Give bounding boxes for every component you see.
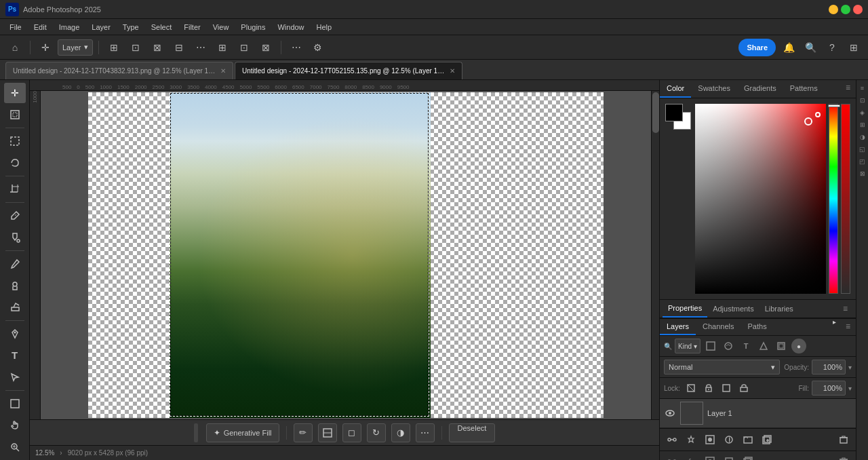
blend-mode-dropdown[interactable]: Normal ▾ [664, 360, 780, 375]
scroll-thumb[interactable] [652, 92, 659, 133]
type-filter-btn[interactable]: T [738, 339, 753, 353]
opacity-value[interactable]: 100% [812, 360, 846, 375]
lasso-tool[interactable] [4, 153, 26, 173]
hand-tool[interactable] [4, 415, 26, 436]
link-layers-btn[interactable] [664, 432, 680, 448]
add-fx-btn[interactable] [683, 432, 699, 448]
panel-icon-2[interactable]: ⊡ [857, 95, 868, 106]
align-option2[interactable]: ⋯ [191, 38, 210, 57]
new-layer-btn[interactable] [759, 432, 775, 448]
panel-icon-1[interactable]: ≡ [857, 83, 868, 94]
move-tool[interactable]: ✛ [4, 83, 26, 103]
menu-filter[interactable]: Filter [178, 22, 205, 33]
color-panel-options[interactable]: ≡ [840, 80, 856, 98]
filter-toggle-btn[interactable]: ● [791, 339, 806, 353]
rectangle-tool[interactable] [4, 394, 26, 414]
link-icon-btn[interactable] [664, 453, 680, 460]
vertical-scrollbar[interactable] [651, 91, 659, 419]
menu-window[interactable]: Window [272, 22, 309, 33]
distribute-left[interactable]: ⊞ [213, 38, 232, 57]
panel-icon-5[interactable]: ◑ [857, 132, 868, 142]
type-tool[interactable]: T [4, 345, 26, 366]
menu-image[interactable]: Image [54, 22, 85, 33]
pixel-filter-btn[interactable] [703, 339, 718, 353]
eraser-tool[interactable] [4, 297, 26, 318]
color-gradient-picker[interactable] [695, 104, 826, 294]
settings-option[interactable]: ⚙ [309, 38, 328, 57]
artboard-tool[interactable] [4, 104, 26, 125]
notifications-button[interactable]: 🔔 [780, 39, 797, 56]
home-button[interactable]: ⌂ [5, 38, 24, 57]
lock-transparent-btn[interactable] [684, 381, 698, 395]
canvas-ctx-btn[interactable]: ◻ [342, 423, 361, 442]
kind-filter-dropdown[interactable]: Kind ▾ [675, 339, 701, 353]
tab-0[interactable]: Untitled design - 2024-12-17T043832.913.… [5, 62, 233, 79]
fill-value[interactable]: 100% [812, 381, 846, 396]
menu-help[interactable]: Help [311, 22, 338, 33]
lock-all-btn[interactable] [737, 381, 751, 395]
tab-layers[interactable]: Layers [660, 319, 696, 335]
close-button[interactable] [853, 5, 863, 14]
pencil-ctx-btn[interactable]: ✏ [294, 423, 313, 442]
alpha-slider[interactable] [841, 104, 850, 294]
new-artboard-btn[interactable] [721, 453, 737, 460]
pen-tool[interactable] [4, 324, 26, 344]
tab-1[interactable]: Untitled design - 2024-12-17T052155.135.… [235, 62, 462, 79]
canvas-area[interactable] [41, 91, 651, 419]
smart-filter-btn[interactable] [774, 339, 789, 353]
adjustment-icon-btn[interactable] [702, 453, 718, 460]
shape-filter-btn[interactable] [756, 339, 771, 353]
help-button[interactable]: ? [823, 39, 841, 56]
distribute-center[interactable]: ⊡ [235, 38, 254, 57]
context-drag-handle[interactable] [194, 423, 198, 442]
tab-color[interactable]: Color [660, 80, 691, 98]
align-left[interactable]: ⊡ [126, 38, 145, 57]
lock-image-btn[interactable] [702, 381, 715, 395]
delete-layer-btn[interactable] [835, 432, 852, 448]
search-button[interactable]: 🔍 [802, 39, 819, 56]
align-right[interactable]: ⊟ [170, 38, 189, 57]
menu-plugins[interactable]: Plugins [235, 22, 271, 33]
layer-visibility-toggle[interactable] [664, 407, 676, 419]
more-options[interactable]: ⋯ [287, 38, 306, 57]
lock-artboard-btn[interactable] [719, 381, 733, 395]
tab-libraries[interactable]: Libraries [760, 301, 799, 317]
menu-select[interactable]: Select [146, 22, 178, 33]
move-tool-option[interactable]: ✛ [36, 38, 55, 57]
stamp-tool[interactable] [4, 275, 26, 296]
panel-icon-6[interactable]: ◱ [857, 144, 868, 155]
more-ctx-btn[interactable]: ⋯ [416, 423, 435, 442]
tab-1-close[interactable]: ✕ [450, 67, 455, 75]
paint-bucket[interactable] [4, 227, 26, 248]
new-adjustment-btn[interactable] [721, 432, 737, 448]
panel-icon-8[interactable]: ⊠ [857, 168, 868, 179]
align-center[interactable]: ⊠ [148, 38, 167, 57]
layer-dropdown[interactable]: Layer ▾ [58, 39, 93, 56]
generative-fill-button[interactable]: ✦ Generative Fill [206, 423, 279, 442]
panel-icon-3[interactable]: ◈ [857, 107, 868, 118]
share-button[interactable]: Share [738, 39, 776, 56]
path-select-tool[interactable] [4, 367, 26, 387]
delete-layer-btn2[interactable] [835, 453, 852, 460]
menu-type[interactable]: Type [117, 22, 144, 33]
rotate-ctx-btn[interactable]: ↻ [367, 423, 386, 442]
maximize-button[interactable] [841, 5, 850, 14]
tab-adjustments[interactable]: Adjustments [707, 301, 760, 317]
new-group-btn[interactable] [740, 432, 756, 448]
panel-toggle[interactable]: ⊞ [845, 39, 863, 56]
adjustment-filter-btn[interactable] [721, 339, 736, 353]
menu-view[interactable]: View [208, 22, 235, 33]
tab-paths[interactable]: Paths [741, 319, 774, 335]
tab-swatches[interactable]: Swatches [691, 80, 737, 98]
brush-tool[interactable] [4, 254, 26, 274]
fx-icon-btn[interactable]: fx [683, 453, 699, 460]
foreground-color-swatch[interactable] [665, 104, 683, 121]
distribute-right[interactable]: ⊠ [256, 38, 275, 57]
zoom-tool[interactable] [4, 437, 26, 457]
menu-layer[interactable]: Layer [86, 22, 116, 33]
menu-file[interactable]: File [4, 22, 27, 33]
eyedropper-tool[interactable] [4, 206, 26, 226]
tab-properties[interactable]: Properties [663, 300, 707, 318]
tab-patterns[interactable]: Patterns [783, 80, 825, 98]
layer-item-1[interactable]: Layer 1 [660, 399, 856, 428]
